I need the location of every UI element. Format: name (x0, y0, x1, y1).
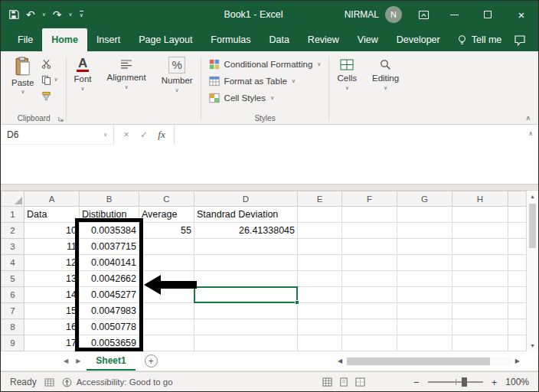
page-layout-view-icon[interactable] (339, 377, 348, 387)
redo-icon[interactable]: ↷ (53, 9, 62, 20)
cell[interactable] (342, 335, 397, 351)
name-box[interactable]: D6 ∨ (1, 125, 114, 145)
comments-icon[interactable] (514, 28, 526, 51)
cell-D6-active[interactable] (194, 287, 298, 303)
cell[interactable] (397, 207, 452, 223)
cell-A1[interactable]: Data (24, 207, 80, 223)
cell[interactable] (298, 335, 342, 351)
cell[interactable] (342, 303, 397, 319)
cell[interactable] (397, 239, 452, 255)
cell[interactable] (342, 319, 397, 335)
horizontal-scroll-track[interactable] (345, 357, 512, 366)
enter-icon[interactable]: ✓ (136, 129, 152, 140)
scroll-right-icon[interactable]: ▶ (512, 358, 523, 364)
cell[interactable] (452, 335, 508, 351)
cell[interactable] (342, 207, 397, 223)
formula-input[interactable] (175, 125, 538, 184)
scroll-up-icon[interactable]: ▲ (527, 194, 538, 199)
cell[interactable] (508, 207, 527, 223)
zoom-slider[interactable] (428, 381, 483, 383)
cell[interactable] (397, 287, 452, 303)
tab-review[interactable]: Review (299, 28, 348, 51)
cell[interactable] (139, 271, 194, 287)
alignment-group-collapsed[interactable]: Alignment ∨ (100, 54, 154, 124)
cell[interactable] (452, 207, 508, 223)
cell[interactable] (452, 319, 508, 335)
cell[interactable] (139, 239, 194, 255)
cell[interactable] (508, 255, 527, 271)
editing-group-collapsed[interactable]: Editing ∨ (364, 54, 407, 124)
redo-dropdown-icon[interactable]: ∨ (69, 11, 73, 18)
scroll-down-icon[interactable]: ▼ (527, 343, 538, 348)
font-group-collapsed[interactable]: A Font ∨ (67, 54, 100, 124)
cell[interactable] (397, 223, 452, 239)
cell[interactable] (342, 239, 397, 255)
cell[interactable] (452, 223, 508, 239)
cell[interactable] (298, 223, 342, 239)
row-header-6[interactable]: 6 (2, 287, 24, 303)
cell-A9[interactable]: 17 (24, 335, 80, 351)
cell[interactable] (139, 335, 194, 351)
close-button[interactable]: × (505, 1, 538, 28)
horizontal-scroll-thumb[interactable] (347, 358, 490, 365)
copy-button[interactable]: ∨ (41, 74, 57, 85)
row-header-7[interactable]: 7 (2, 303, 24, 319)
cell[interactable] (194, 303, 298, 319)
cell[interactable] (139, 319, 194, 335)
cell-B2[interactable]: 0.0035384 (80, 223, 139, 239)
cell[interactable] (298, 207, 342, 223)
cell-C1[interactable]: Average (139, 207, 194, 223)
select-all-button[interactable] (2, 191, 24, 207)
cell[interactable] (298, 239, 342, 255)
cell[interactable] (139, 287, 194, 303)
column-header-c[interactable]: C (139, 191, 194, 207)
cell-B4[interactable]: 0.0040141 (80, 255, 139, 271)
row-header-1[interactable]: 1 (2, 207, 24, 223)
cell-B6[interactable]: 0.0045277 (80, 287, 139, 303)
account-name[interactable]: NIRMAL (345, 9, 379, 20)
sheet-nav-right-icon[interactable]: ▶ (76, 358, 80, 364)
cell-A5[interactable]: 13 (24, 271, 80, 287)
sheet-nav-left-icon[interactable]: ◀ (64, 358, 68, 364)
cell[interactable] (342, 223, 397, 239)
tab-insert[interactable]: Insert (87, 28, 129, 51)
cell[interactable] (508, 303, 527, 319)
cell-B5[interactable]: 0.0042662 (80, 271, 139, 287)
cell[interactable] (397, 319, 452, 335)
horizontal-scrollbar[interactable]: ◀ ▶ (335, 356, 523, 367)
zoom-out-icon[interactable]: − (413, 377, 420, 388)
cell[interactable] (452, 287, 508, 303)
column-header-a[interactable]: A (24, 191, 80, 207)
row-header-8[interactable]: 8 (2, 319, 24, 335)
cells-group-collapsed[interactable]: Cells ∨ (329, 54, 364, 124)
cell[interactable] (342, 271, 397, 287)
paste-button[interactable]: Paste ∨ (7, 55, 38, 112)
cell-A7[interactable]: 15 (24, 303, 80, 319)
number-group-collapsed[interactable]: % Number ∨ (154, 54, 201, 124)
cell[interactable] (298, 303, 342, 319)
cell[interactable] (397, 335, 452, 351)
tab-developer[interactable]: Developer (387, 28, 449, 51)
clipboard-dialog-launcher-icon[interactable] (57, 116, 64, 122)
paste-dropdown-icon[interactable]: ∨ (21, 89, 24, 95)
collapse-ribbon-icon[interactable]: ∧ (525, 114, 531, 122)
cell[interactable] (508, 319, 527, 335)
tab-view[interactable]: View (348, 28, 387, 51)
save-icon[interactable] (8, 9, 19, 20)
column-header-d[interactable]: D (194, 191, 298, 207)
cell-A2[interactable]: 10 (24, 223, 80, 239)
maximize-button[interactable] (471, 1, 505, 28)
column-header-e[interactable]: E (298, 191, 342, 207)
tab-file[interactable]: File (8, 28, 42, 51)
accessibility-status[interactable]: Accessibility: Good to go (62, 377, 173, 387)
undo-icon[interactable]: ↶ (26, 9, 35, 20)
ribbon-display-options-icon[interactable] (410, 1, 437, 28)
cut-button[interactable] (41, 58, 57, 69)
record-macro-icon[interactable] (44, 378, 54, 387)
avatar[interactable]: N (385, 6, 402, 23)
tell-me-button[interactable]: Tell me (449, 28, 510, 51)
cancel-icon[interactable]: × (118, 129, 135, 140)
column-header-partial[interactable] (508, 191, 527, 207)
cell[interactable] (194, 335, 298, 351)
column-header-g[interactable]: G (397, 191, 452, 207)
